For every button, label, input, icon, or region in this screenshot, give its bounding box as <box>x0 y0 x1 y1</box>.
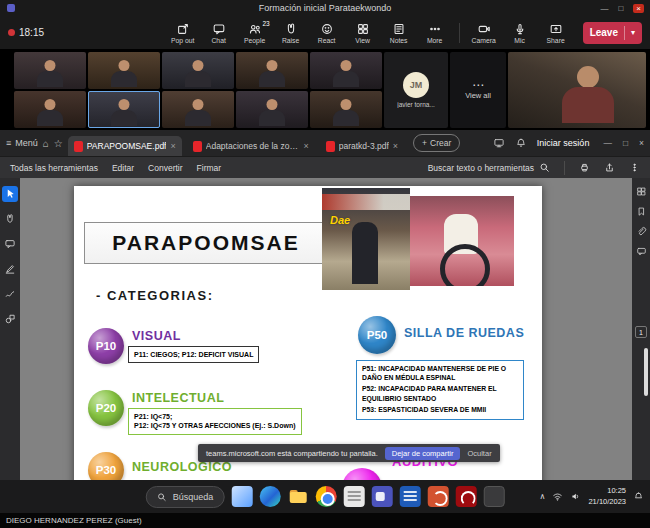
sign-in-button[interactable]: Iniciar sesión <box>537 138 590 148</box>
notes-button[interactable]: Notes <box>382 22 416 44</box>
search-icon <box>539 162 550 173</box>
react-button[interactable]: React <box>310 22 344 44</box>
participant-video-tile[interactable] <box>236 52 308 89</box>
mic-button[interactable]: Mic <box>503 22 537 44</box>
create-button[interactable]: + Crear <box>413 134 460 152</box>
taskbar-file-explorer-icon[interactable] <box>287 486 308 507</box>
raise-hand-button[interactable]: Raise <box>274 22 308 44</box>
wifi-icon[interactable] <box>552 491 563 502</box>
share-file-button[interactable] <box>604 162 615 173</box>
volume-icon[interactable] <box>570 491 581 502</box>
acrobat-tab-bar: ≡ Menú ⌂ ☆ PARAPOOMSAE.pdf × Adaptacione… <box>0 130 650 156</box>
view-all-button[interactable]: ⋯ View all <box>450 52 506 128</box>
page-thumbnails-icon[interactable] <box>636 186 647 197</box>
pdf-title: PARAPOOMSAE <box>112 231 299 255</box>
minimize-window-button[interactable]: — <box>600 4 608 13</box>
toolbar-more-button[interactable] <box>629 162 640 173</box>
taskbar-powerpoint-icon[interactable] <box>427 486 448 507</box>
taskbar-teams-icon[interactable] <box>371 486 392 507</box>
pop-out-icon <box>176 22 190 36</box>
taskbar-chrome-icon[interactable] <box>315 486 336 507</box>
participant-video-tile[interactable] <box>88 52 160 89</box>
hide-toast-button[interactable]: Ocultar <box>467 449 491 458</box>
pop-out-button[interactable]: Pop out <box>166 22 200 44</box>
plus-icon: + <box>422 138 427 148</box>
more-button[interactable]: More <box>418 22 452 44</box>
close-tab-icon[interactable]: × <box>303 141 308 151</box>
tray-expand-icon[interactable]: ∧ <box>540 492 546 501</box>
close-tab-icon[interactable]: × <box>393 141 398 151</box>
presentation-icon[interactable] <box>493 137 505 149</box>
taskbar-word-icon[interactable] <box>399 486 420 507</box>
taskbar-search[interactable]: Búsqueda <box>146 486 225 508</box>
leave-button[interactable]: Leave ▾ <box>583 22 642 44</box>
pdf-title-box: PARAPOOMSAE <box>84 222 328 264</box>
bookmarks-icon[interactable] <box>636 206 647 217</box>
participant-video-tile[interactable] <box>162 91 234 128</box>
taskbar-clock[interactable]: 10:25 21/10/2023 <box>588 486 626 506</box>
home-icon[interactable]: ⌂ <box>43 138 49 149</box>
star-icon[interactable]: ☆ <box>54 138 63 149</box>
notes-icon <box>392 22 406 36</box>
view-button[interactable]: View <box>346 22 380 44</box>
camera-button[interactable]: Camera <box>467 22 501 44</box>
comments-panel-icon[interactable] <box>636 246 647 257</box>
spotlight-video-tile[interactable] <box>508 52 646 128</box>
sign-menu-item[interactable]: Firmar <box>197 163 222 173</box>
attachments-icon[interactable] <box>636 226 647 237</box>
participant-avatar-tile[interactable]: JM javier torna... <box>384 52 448 128</box>
edit-menu-item[interactable]: Editar <box>112 163 134 173</box>
category-name-intelectual: INTELECTUAL <box>132 391 224 405</box>
people-button[interactable]: 23 People <box>238 22 272 44</box>
taskbar-notepad-icon[interactable] <box>343 486 364 507</box>
acrobat-maximize-button[interactable]: □ <box>623 138 628 148</box>
taskbar-photos-icon[interactable] <box>231 486 252 507</box>
close-tab-icon[interactable]: × <box>170 141 175 151</box>
acrobat-minimize-button[interactable]: — <box>603 138 612 148</box>
close-window-button[interactable]: × <box>633 4 644 13</box>
window-titlebar: Formación inicial Parataekwondo — □ × <box>0 0 650 16</box>
pdf-file-icon <box>326 141 335 152</box>
participant-video-tile[interactable] <box>310 52 382 89</box>
recording-dot-icon <box>8 29 15 36</box>
search-tools-button[interactable]: Buscar texto o herramientas <box>428 162 550 173</box>
draw-tool-button[interactable] <box>2 286 18 302</box>
acrobat-menu-button[interactable]: ≡ Menú <box>6 138 38 148</box>
bell-icon[interactable] <box>515 137 527 149</box>
participant-video-tile-speaking[interactable] <box>88 91 160 128</box>
category-name-neurologico: NEUROLOGICO <box>132 460 232 474</box>
all-tools-menu-item[interactable]: Todas las herramientas <box>10 163 98 173</box>
taskbar-edge-icon[interactable] <box>259 486 280 507</box>
participant-video-tile[interactable] <box>162 52 234 89</box>
acrobat-close-button[interactable]: × <box>639 138 644 148</box>
print-icon <box>579 162 590 173</box>
categories-heading: - CATEGORIAS: <box>96 288 213 303</box>
taskbar-acrobat-icon[interactable] <box>455 486 476 507</box>
category-circle-auditivo <box>342 468 382 480</box>
maximize-window-button[interactable]: □ <box>618 4 623 13</box>
stop-sharing-button[interactable]: Dejar de compartir <box>385 447 461 460</box>
page-indicator[interactable]: 1 <box>635 326 647 338</box>
vertical-scrollbar[interactable] <box>644 348 648 396</box>
leave-options-chevron-icon[interactable]: ▾ <box>631 28 635 37</box>
participant-video-tile[interactable] <box>14 91 86 128</box>
tab-adaptaciones-pdf[interactable]: Adaptaciones de la zona de... × <box>187 136 315 156</box>
participant-video-tile[interactable] <box>310 91 382 128</box>
highlight-tool-button[interactable] <box>2 261 18 277</box>
tab-parapoomsae-pdf[interactable]: PARAPOOMSAE.pdf × <box>68 136 182 156</box>
shapes-tool-button[interactable] <box>2 311 18 327</box>
notifications-bell-icon[interactable] <box>633 491 644 502</box>
chat-button[interactable]: Chat <box>202 22 236 44</box>
participant-video-tile[interactable] <box>236 91 308 128</box>
pdf-page: PARAPOOMSAE Dae - CATEGORIAS: P10 VISUAL… <box>74 186 542 480</box>
convert-menu-item[interactable]: Convertir <box>148 163 182 173</box>
print-button[interactable] <box>579 162 590 173</box>
taskbar-app-icon[interactable] <box>483 486 504 507</box>
hand-tool-button[interactable] <box>2 211 18 227</box>
select-tool-button[interactable] <box>2 186 18 202</box>
share-button[interactable]: Share <box>539 22 573 44</box>
participant-video-tile[interactable] <box>14 52 86 89</box>
comment-tool-button[interactable] <box>2 236 18 252</box>
tab-paratkd3-pdf[interactable]: paratkd-3.pdf × <box>320 136 404 156</box>
view-all-dots-icon: ⋯ <box>472 81 484 89</box>
